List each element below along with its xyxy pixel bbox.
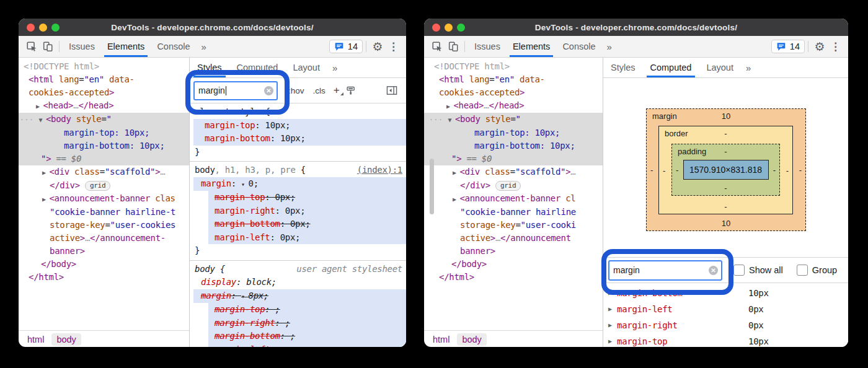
issues-count: 14 — [348, 42, 358, 51]
device-toolbar-icon[interactable] — [40, 38, 56, 55]
kebab-menu-icon[interactable]: ⋮ — [828, 40, 843, 53]
toolbar-separator — [366, 41, 366, 52]
margin-bottom-value[interactable]: 10 — [647, 219, 805, 228]
more-tabs-icon[interactable]: » — [741, 63, 756, 73]
tab-layout[interactable]: Layout — [699, 58, 741, 77]
padding-bottom-value[interactable]: - — [672, 183, 779, 193]
tab-console[interactable]: Console — [556, 36, 601, 57]
window-title: DevTools - developer.chrome.com/docs/dev… — [111, 23, 313, 32]
tab-styles[interactable]: Styles — [603, 58, 643, 77]
inspect-element-icon[interactable] — [24, 38, 40, 55]
tab-computed[interactable]: Computed — [643, 58, 699, 77]
border-bottom-value[interactable]: - — [659, 202, 792, 211]
dom-tree[interactable]: <!DOCTYPE html><html lang="en" data-cook… — [19, 58, 189, 330]
rule-index-stylesheet[interactable]: (index):1body, h1, h3, p, pre {margin: ▾… — [190, 162, 406, 261]
titlebar[interactable]: DevTools - developer.chrome.com/docs/dev… — [19, 19, 406, 36]
computed-sidebar: Styles Computed Layout » margin 10 10 - … — [603, 58, 848, 347]
traffic-lights[interactable] — [432, 24, 465, 32]
settings-gear-icon[interactable]: ⚙ — [370, 38, 386, 55]
margin-left-value[interactable]: - — [650, 165, 653, 175]
breadcrumb-body[interactable]: body — [51, 333, 81, 346]
dom-tree-pane: <!DOCTYPE html><html lang="en" data-cook… — [19, 58, 189, 347]
sidebar-toggle-icon[interactable] — [384, 82, 400, 99]
devtools-window-styles: DevTools - developer.chrome.com/docs/dev… — [19, 19, 406, 347]
minimize-button[interactable] — [39, 24, 47, 32]
zoom-button[interactable] — [457, 24, 465, 32]
settings-gear-icon[interactable]: ⚙ — [812, 38, 828, 55]
device-toolbar-icon[interactable] — [445, 38, 461, 55]
tab-elements[interactable]: Elements — [101, 36, 151, 57]
box-model-border[interactable]: border - - - - padding - - - - 1570.910×… — [658, 126, 793, 214]
box-model-content[interactable]: 1570.910×831.818 — [683, 160, 769, 180]
padding-top-value[interactable]: - — [672, 147, 779, 156]
tab-issues[interactable]: Issues — [63, 36, 101, 57]
tab-elements[interactable]: Elements — [507, 36, 556, 57]
property-value: 10px — [748, 333, 769, 347]
dom-tree[interactable]: <!DOCTYPE html><html lang="en" data-cook… — [424, 58, 603, 330]
dom-tree-pane: <!DOCTYPE html><html lang="en" data-cook… — [424, 58, 603, 347]
show-all-label: Show all — [749, 265, 783, 275]
traffic-lights[interactable] — [27, 24, 60, 32]
devtools-window-computed: DevTools - developer.chrome.com/docs/dev… — [424, 19, 848, 347]
tab-issues[interactable]: Issues — [468, 36, 507, 57]
scrollbar-thumb[interactable] — [430, 159, 434, 214]
more-tabs-icon[interactable]: » — [197, 42, 211, 52]
computed-property-row[interactable]: ▶ margin-top 10px — [603, 333, 848, 347]
computed-property-row[interactable]: ▶ margin-left 0px — [603, 301, 848, 317]
kebab-menu-icon[interactable]: ⋮ — [386, 40, 401, 53]
style-rules[interactable]: element.style {margin-top: 10px;margin-b… — [190, 103, 406, 347]
zoom-button[interactable] — [51, 24, 60, 32]
devtools-toolbar: Issues Elements Console » 14 ⚙ ⋮ — [19, 36, 406, 58]
issues-counter-badge[interactable]: 14 — [329, 40, 363, 53]
expand-arrow-icon[interactable]: ▶ — [608, 317, 617, 333]
margin-top-value[interactable]: 10 — [647, 112, 805, 121]
message-bubble-icon — [334, 42, 344, 51]
expand-arrow-icon[interactable]: ▶ — [608, 333, 617, 347]
tab-console[interactable]: Console — [151, 36, 196, 57]
toolbar-separator — [464, 41, 465, 52]
rule-user-agent[interactable]: user agent stylesheetbody {display: bloc… — [190, 261, 406, 348]
padding-left-value[interactable]: - — [676, 165, 678, 175]
box-model-margin[interactable]: margin 10 10 - - border - - - - padding … — [646, 108, 806, 231]
border-top-value[interactable]: - — [659, 129, 792, 138]
property-value: 10px — [748, 285, 769, 301]
annotation-highlight-styles-filter — [185, 70, 290, 115]
new-style-rule-button[interactable]: + — [330, 84, 343, 97]
group-label: Group — [812, 265, 837, 275]
breadcrumb-body[interactable]: body — [457, 333, 486, 346]
expand-arrow-icon[interactable]: ▶ — [608, 301, 617, 317]
property-value: 0px — [748, 301, 763, 317]
show-all-checkbox[interactable] — [733, 265, 745, 276]
tab-layout[interactable]: Layout — [285, 58, 327, 77]
group-checkbox[interactable] — [797, 265, 808, 276]
rendering-emulation-icon[interactable] — [343, 82, 360, 99]
property-name: margin-right — [617, 317, 748, 333]
property-name: margin-left — [617, 301, 748, 317]
border-right-value[interactable]: - — [786, 165, 789, 175]
sidebar-tabs: Styles Computed Layout » — [603, 58, 848, 78]
padding-right-value[interactable]: - — [773, 165, 776, 175]
breadcrumb-html[interactable]: html — [428, 333, 454, 346]
inspect-element-icon[interactable] — [429, 38, 445, 55]
box-model-diagram[interactable]: margin 10 10 - - border - - - - padding … — [603, 78, 848, 257]
property-value: 0px — [748, 317, 763, 333]
issues-count: 14 — [790, 42, 800, 51]
close-button[interactable] — [432, 24, 440, 32]
titlebar[interactable]: DevTools - developer.chrome.com/docs/dev… — [424, 19, 848, 36]
property-name: margin-top — [617, 333, 748, 347]
more-tabs-icon[interactable]: » — [602, 42, 617, 52]
margin-right-value[interactable]: - — [799, 165, 802, 175]
more-tabs-icon[interactable]: » — [327, 63, 342, 73]
minimize-button[interactable] — [445, 24, 453, 32]
border-left-value[interactable]: - — [663, 165, 665, 175]
issues-counter-badge[interactable]: 14 — [771, 40, 805, 53]
breadcrumb: html body — [424, 330, 603, 347]
computed-property-row[interactable]: ▶ margin-right 0px — [603, 317, 848, 333]
toolbar-separator — [59, 41, 60, 52]
breadcrumb: html body — [19, 330, 189, 347]
breadcrumb-html[interactable]: html — [22, 333, 49, 346]
close-button[interactable] — [27, 24, 35, 32]
message-bubble-icon — [776, 42, 786, 51]
box-model-padding[interactable]: padding - - - - 1570.910×831.818 — [671, 144, 780, 196]
element-classes-button[interactable]: .cls — [309, 86, 330, 95]
